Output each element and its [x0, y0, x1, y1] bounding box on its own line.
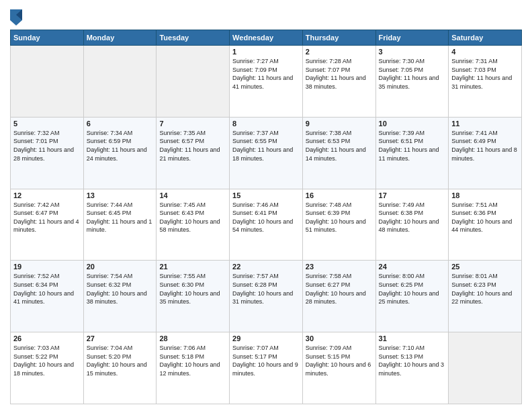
sunset-text: Sunset: 6:57 PM: [159, 138, 204, 144]
daylight-text: Daylight: 10 hours and 3 minutes.: [379, 361, 445, 377]
calendar-cell: 29Sunrise: 7:07 AMSunset: 5:17 PMDayligh…: [230, 332, 303, 404]
daylight-text: Daylight: 10 hours and 48 minutes.: [379, 218, 439, 234]
sunrise-text: Sunrise: 7:27 AM: [232, 58, 279, 64]
sunset-text: Sunset: 5:13 PM: [379, 353, 424, 360]
sunrise-text: Sunrise: 7:31 AM: [451, 58, 498, 64]
daylight-text: Daylight: 10 hours and 12 minutes.: [159, 361, 220, 377]
day-number: 12: [13, 191, 81, 199]
daylight-text: Daylight: 11 hours and 21 minutes.: [159, 146, 220, 162]
sunrise-text: Sunrise: 7:03 AM: [13, 345, 60, 351]
sunset-text: Sunset: 7:01 PM: [13, 138, 58, 144]
day-number: 27: [87, 334, 154, 342]
day-info: Sunrise: 7:46 AMSunset: 6:41 PMDaylight:…: [232, 201, 300, 234]
calendar-cell: 25Sunrise: 8:01 AMSunset: 6:23 PMDayligh…: [449, 261, 522, 332]
sunrise-text: Sunrise: 8:01 AM: [451, 273, 498, 279]
day-info: Sunrise: 7:57 AMSunset: 6:28 PMDaylight:…: [232, 272, 300, 306]
week-row-1: 5Sunrise: 7:32 AMSunset: 7:01 PMDaylight…: [11, 117, 522, 189]
sunset-text: Sunset: 6:39 PM: [306, 210, 351, 216]
header: [10, 7, 522, 26]
day-info: Sunrise: 7:28 AMSunset: 7:07 PMDaylight:…: [306, 57, 373, 91]
day-info: Sunrise: 7:52 AMSunset: 6:34 PMDaylight:…: [13, 272, 81, 306]
day-header-wednesday: Wednesday: [230, 30, 303, 46]
daylight-text: Daylight: 10 hours and 51 minutes.: [306, 218, 366, 234]
day-number: 3: [379, 48, 446, 56]
day-info: Sunrise: 7:30 AMSunset: 7:05 PMDaylight:…: [379, 57, 446, 91]
day-number: 15: [232, 191, 300, 199]
daylight-text: Daylight: 11 hours and 18 minutes.: [232, 146, 293, 162]
sunrise-text: Sunrise: 7:58 AM: [306, 273, 352, 279]
day-header-thursday: Thursday: [302, 30, 375, 46]
day-info: Sunrise: 7:32 AMSunset: 7:01 PMDaylight:…: [13, 129, 81, 163]
sunrise-text: Sunrise: 7:28 AM: [306, 58, 352, 64]
sunrise-text: Sunrise: 7:42 AM: [13, 201, 60, 208]
sunset-text: Sunset: 7:05 PM: [379, 66, 424, 73]
calendar-cell: 8Sunrise: 7:37 AMSunset: 6:55 PMDaylight…: [230, 117, 303, 189]
sunrise-text: Sunrise: 7:55 AM: [159, 273, 206, 279]
calendar-cell: 16Sunrise: 7:48 AMSunset: 6:39 PMDayligh…: [302, 189, 375, 261]
sunrise-text: Sunrise: 7:06 AM: [159, 345, 206, 351]
sunrise-text: Sunrise: 8:00 AM: [379, 273, 425, 279]
sunset-text: Sunset: 7:09 PM: [232, 66, 277, 73]
sunrise-text: Sunrise: 7:52 AM: [13, 273, 60, 279]
calendar-cell: [449, 332, 522, 404]
calendar-cell: 17Sunrise: 7:49 AMSunset: 6:38 PMDayligh…: [375, 189, 449, 261]
daylight-text: Daylight: 10 hours and 41 minutes.: [13, 290, 74, 306]
day-info: Sunrise: 7:06 AMSunset: 5:18 PMDaylight:…: [159, 344, 226, 377]
calendar-cell: 26Sunrise: 7:03 AMSunset: 5:22 PMDayligh…: [11, 332, 84, 404]
day-info: Sunrise: 8:01 AMSunset: 6:23 PMDaylight:…: [451, 272, 519, 306]
day-number: 17: [379, 191, 446, 199]
sunset-text: Sunset: 6:38 PM: [379, 210, 424, 216]
sunset-text: Sunset: 6:36 PM: [451, 210, 496, 216]
day-info: Sunrise: 7:04 AMSunset: 5:20 PMDaylight:…: [87, 344, 154, 377]
sunset-text: Sunset: 7:03 PM: [451, 66, 496, 73]
day-number: 13: [87, 191, 154, 199]
calendar-cell: 10Sunrise: 7:39 AMSunset: 6:51 PMDayligh…: [375, 117, 449, 189]
day-number: 5: [13, 120, 81, 128]
calendar-cell: 23Sunrise: 7:58 AMSunset: 6:27 PMDayligh…: [302, 261, 375, 332]
day-number: 14: [159, 191, 226, 199]
calendar-cell: 9Sunrise: 7:38 AMSunset: 6:53 PMDaylight…: [302, 117, 375, 189]
daylight-text: Daylight: 10 hours and 38 minutes.: [87, 290, 147, 306]
day-number: 21: [159, 263, 226, 271]
daylight-text: Daylight: 10 hours and 15 minutes.: [87, 361, 147, 377]
day-info: Sunrise: 7:09 AMSunset: 5:15 PMDaylight:…: [306, 344, 373, 377]
daylight-text: Daylight: 10 hours and 22 minutes.: [451, 290, 512, 306]
day-info: Sunrise: 7:54 AMSunset: 6:32 PMDaylight:…: [87, 272, 154, 306]
calendar-cell: 4Sunrise: 7:31 AMSunset: 7:03 PMDaylight…: [449, 46, 522, 118]
sunrise-text: Sunrise: 7:44 AM: [87, 201, 133, 208]
day-number: 29: [232, 334, 300, 342]
day-info: Sunrise: 7:49 AMSunset: 6:38 PMDaylight:…: [379, 201, 446, 234]
day-info: Sunrise: 7:31 AMSunset: 7:03 PMDaylight:…: [451, 57, 519, 91]
sunset-text: Sunset: 5:22 PM: [13, 353, 58, 360]
sunset-text: Sunset: 5:18 PM: [159, 353, 204, 360]
day-number: 10: [379, 120, 446, 128]
sunset-text: Sunset: 6:25 PM: [379, 281, 424, 288]
daylight-text: Daylight: 10 hours and 18 minutes.: [13, 361, 74, 377]
sunrise-text: Sunrise: 7:04 AM: [87, 345, 133, 351]
calendar-cell: 11Sunrise: 7:41 AMSunset: 6:49 PMDayligh…: [449, 117, 522, 189]
calendar-cell: 3Sunrise: 7:30 AMSunset: 7:05 PMDaylight…: [375, 46, 449, 118]
daylight-text: Daylight: 11 hours and 1 minute.: [87, 218, 152, 234]
daylight-text: Daylight: 11 hours and 8 minutes.: [451, 146, 517, 162]
day-number: 2: [306, 48, 373, 56]
daylight-text: Daylight: 10 hours and 35 minutes.: [159, 290, 220, 306]
day-info: Sunrise: 7:48 AMSunset: 6:39 PMDaylight:…: [306, 201, 373, 234]
calendar-cell: 15Sunrise: 7:46 AMSunset: 6:41 PMDayligh…: [230, 189, 303, 261]
sunrise-text: Sunrise: 7:07 AM: [232, 345, 279, 351]
day-number: 7: [159, 120, 226, 128]
sunrise-text: Sunrise: 7:10 AM: [379, 345, 425, 351]
day-number: 25: [451, 263, 519, 271]
calendar-cell: [157, 46, 230, 118]
daylight-text: Daylight: 11 hours and 4 minutes.: [13, 218, 79, 234]
day-header-monday: Monday: [83, 30, 157, 46]
day-info: Sunrise: 7:27 AMSunset: 7:09 PMDaylight:…: [232, 57, 300, 91]
daylight-text: Daylight: 10 hours and 28 minutes.: [306, 290, 366, 306]
day-info: Sunrise: 7:34 AMSunset: 6:59 PMDaylight:…: [87, 129, 154, 163]
calendar-cell: 7Sunrise: 7:35 AMSunset: 6:57 PMDaylight…: [157, 117, 230, 189]
sunrise-text: Sunrise: 7:46 AM: [232, 201, 279, 208]
sunset-text: Sunset: 6:53 PM: [306, 138, 351, 144]
calendar-cell: 5Sunrise: 7:32 AMSunset: 7:01 PMDaylight…: [11, 117, 84, 189]
day-info: Sunrise: 7:42 AMSunset: 6:47 PMDaylight:…: [13, 201, 81, 234]
daylight-text: Daylight: 11 hours and 28 minutes.: [13, 146, 74, 162]
sunrise-text: Sunrise: 7:45 AM: [159, 201, 206, 208]
